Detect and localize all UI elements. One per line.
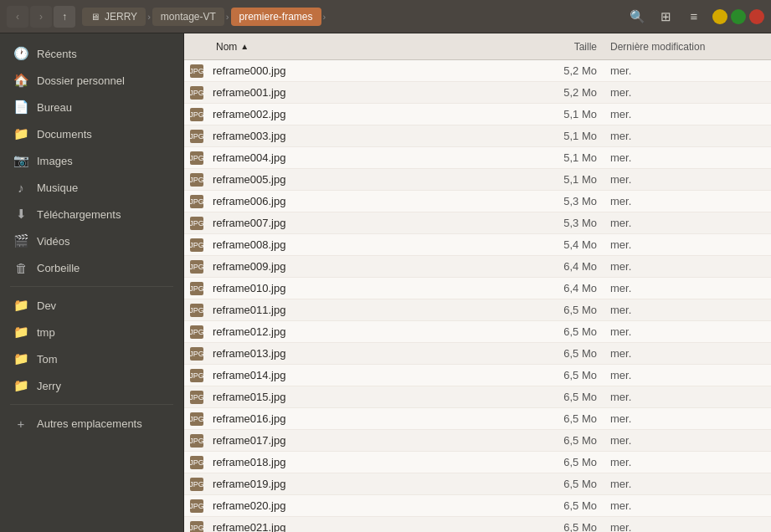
breadcrumb-jerry[interactable]: 🖥 JERRY (82, 8, 146, 26)
jpg-file-icon: JPG (190, 347, 203, 361)
table-row[interactable]: JPG reframe016.jpg 6,5 Mo mer. (184, 408, 771, 430)
table-row[interactable]: JPG reframe002.jpg 5,1 Mo mer. (184, 104, 771, 125)
other-locations-label: Autres emplacements (37, 417, 142, 430)
sidebar-item-desktop[interactable]: 📄 Bureau (3, 94, 180, 120)
nav-up-button[interactable]: ↑ (54, 6, 75, 28)
sidebar-item-recents[interactable]: 🕐 Récents (3, 40, 180, 67)
file-size: 6,5 Mo (520, 325, 604, 338)
hdd-icon: 🖥 (90, 12, 100, 22)
sidebar-item-home[interactable]: 🏠 Dossier personnel (3, 67, 180, 94)
sidebar-item-videos[interactable]: 🎬 Vidéos (3, 228, 180, 254)
jpg-file-icon: JPG (190, 412, 203, 426)
file-name: reframe009.jpg (209, 260, 520, 273)
table-row[interactable]: JPG reframe014.jpg 6,5 Mo mer. (184, 365, 771, 386)
date-column-header[interactable]: Dernière modification (604, 33, 771, 59)
table-row[interactable]: JPG reframe003.jpg 5,1 Mo mer. (184, 125, 771, 147)
table-row[interactable]: JPG reframe011.jpg 6,5 Mo mer. (184, 299, 771, 321)
file-date: mer. (604, 304, 771, 316)
sidebar-item-tmp[interactable]: 📁 tmp (3, 319, 180, 345)
file-name: reframe002.jpg (209, 108, 520, 120)
sidebar-item-downloads[interactable]: ⬇ Téléchargements (3, 201, 180, 228)
name-column-header[interactable]: Nom ▲ (209, 33, 520, 59)
table-row[interactable]: JPG reframe021.jpg 6,5 Mo mer. (184, 517, 771, 532)
sidebar-item-trash[interactable]: 🗑 Corbeille (3, 254, 180, 281)
table-row[interactable]: JPG reframe010.jpg 6,4 Mo mer. (184, 278, 771, 299)
jpg-file-icon: JPG (190, 325, 203, 339)
file-name: reframe001.jpg (209, 86, 520, 99)
file-name: reframe021.jpg (209, 521, 520, 532)
file-name: reframe014.jpg (209, 369, 520, 381)
size-column-header[interactable]: Taille (520, 33, 604, 59)
nav-forward-button[interactable]: › (30, 6, 52, 28)
file-icon-cell: JPG (184, 64, 209, 78)
table-row[interactable]: JPG reframe000.jpg 5,2 Mo mer. (184, 60, 771, 82)
close-button[interactable] (749, 9, 764, 24)
file-date: mer. (604, 434, 771, 447)
sidebar-item-jerry[interactable]: 📁 Jerry (3, 372, 180, 399)
search-button[interactable]: 🔍 (625, 5, 649, 28)
file-size: 6,4 Mo (520, 260, 604, 273)
sidebar-item-images[interactable]: 📷 Images (3, 147, 180, 174)
jpg-file-icon: JPG (190, 499, 203, 513)
table-row[interactable]: JPG reframe019.jpg 6,5 Mo mer. (184, 473, 771, 495)
table-row[interactable]: JPG reframe007.jpg 5,3 Mo mer. (184, 212, 771, 234)
file-name: reframe011.jpg (209, 304, 520, 316)
jpg-file-icon: JPG (190, 304, 203, 317)
file-name: reframe006.jpg (209, 195, 520, 207)
breadcrumb-premiere-frames[interactable]: premiere-frames (231, 8, 321, 26)
name-sort-indicator: ▲ (240, 42, 249, 51)
file-icon-cell: JPG (184, 391, 209, 404)
jpg-file-icon: JPG (190, 64, 203, 78)
file-size: 6,5 Mo (520, 304, 604, 316)
sidebar-item-tom[interactable]: 📁 Tom (3, 345, 180, 372)
sidebar-item-dev[interactable]: 📁 Dev (3, 292, 180, 319)
file-date: mer. (604, 217, 771, 229)
table-row[interactable]: JPG reframe015.jpg 6,5 Mo mer. (184, 386, 771, 408)
file-icon-cell: JPG (184, 130, 209, 143)
jpg-file-icon: JPG (190, 456, 203, 469)
table-row[interactable]: JPG reframe005.jpg 5,1 Mo mer. (184, 169, 771, 191)
file-icon-cell: JPG (184, 217, 209, 230)
breadcrumb-montage-vt[interactable]: montage-VT (152, 8, 224, 26)
window-controls (712, 9, 764, 24)
table-row[interactable]: JPG reframe018.jpg 6,5 Mo mer. (184, 452, 771, 473)
table-row[interactable]: JPG reframe020.jpg 6,5 Mo mer. (184, 495, 771, 517)
sidebar-home-label: Dossier personnel (37, 74, 125, 87)
minimize-button[interactable] (712, 9, 727, 24)
file-icon-cell: JPG (184, 412, 209, 426)
table-row[interactable]: JPG reframe012.jpg 6,5 Mo mer. (184, 321, 771, 343)
grid-view-button[interactable]: ⊞ (654, 5, 677, 28)
sidebar-item-documents[interactable]: 📁 Documents (3, 120, 180, 147)
file-name: reframe019.jpg (209, 478, 520, 490)
table-row[interactable]: JPG reframe017.jpg 6,5 Mo mer. (184, 430, 771, 452)
breadcrumb-premiere-label: premiere-frames (239, 11, 313, 23)
file-name: reframe012.jpg (209, 325, 520, 338)
jpg-file-icon: JPG (190, 238, 203, 252)
sidebar-item-music[interactable]: ♪ Musique (3, 174, 180, 201)
file-date: mer. (604, 195, 771, 207)
table-row[interactable]: JPG reframe013.jpg 6,5 Mo mer. (184, 343, 771, 365)
nav-back-button[interactable]: ‹ (7, 6, 28, 28)
file-date: mer. (604, 456, 771, 468)
sidebar-tom-label: Tom (37, 353, 58, 366)
sidebar: 🕐 Récents 🏠 Dossier personnel 📄 Bureau 📁… (0, 33, 184, 532)
table-row[interactable]: JPG reframe006.jpg 5,3 Mo mer. (184, 191, 771, 212)
table-row[interactable]: JPG reframe004.jpg 5,1 Mo mer. (184, 147, 771, 169)
file-name: reframe016.jpg (209, 412, 520, 425)
file-size: 5,3 Mo (520, 195, 604, 207)
recents-icon: 🕐 (13, 46, 28, 61)
menu-button[interactable]: ≡ (682, 5, 706, 28)
documents-icon: 📁 (13, 126, 28, 141)
music-icon: ♪ (13, 180, 28, 195)
breadcrumb-separator-1: › (147, 12, 151, 22)
table-row[interactable]: JPG reframe009.jpg 6,4 Mo mer. (184, 256, 771, 278)
file-icon-cell: JPG (184, 499, 209, 513)
maximize-button[interactable] (731, 9, 746, 24)
sidebar-jerry-label: Jerry (37, 380, 61, 392)
file-list-header: Nom ▲ Taille Dernière modification (184, 33, 771, 60)
table-row[interactable]: JPG reframe008.jpg 5,4 Mo mer. (184, 234, 771, 256)
main-layout: 🕐 Récents 🏠 Dossier personnel 📄 Bureau 📁… (0, 33, 771, 532)
table-row[interactable]: JPG reframe001.jpg 5,2 Mo mer. (184, 82, 771, 104)
sidebar-images-label: Images (37, 155, 73, 167)
other-locations-button[interactable]: + Autres emplacements (3, 410, 180, 437)
